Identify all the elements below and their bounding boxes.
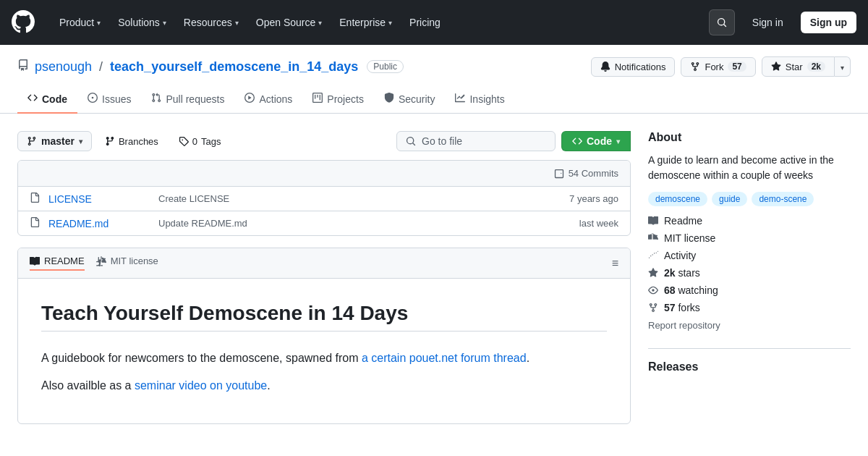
tab-pull-requests[interactable]: Pull requests: [141, 85, 234, 114]
repo-owner[interactable]: psenough: [35, 59, 92, 75]
file-icon: [30, 217, 40, 229]
pull-request-icon: [151, 93, 161, 105]
tab-code[interactable]: Code: [17, 85, 77, 114]
file-time: 7 years ago: [569, 193, 618, 204]
commits-label: 54 Commits: [569, 168, 618, 179]
about-section: About A guide to learn and become active…: [648, 131, 851, 331]
tab-projects-label: Projects: [327, 93, 364, 105]
main-content: master ▾ Branches 0 Tags Go to file Code: [0, 114, 868, 442]
star-dropdown-button[interactable]: ▾: [835, 56, 851, 77]
insights-icon: [455, 93, 465, 105]
about-link-forks: 57 forks: [648, 302, 851, 313]
about-link-license: MIT license: [648, 232, 851, 244]
nav-resources[interactable]: Resources ▾: [176, 11, 246, 34]
code-button-group: Code ▾: [561, 131, 631, 151]
tab-insights[interactable]: Insights: [445, 85, 514, 114]
tab-projects[interactable]: Projects: [302, 85, 374, 114]
table-row: README.md Update README.md last week: [18, 211, 630, 235]
nav-links: Product ▾ Solutions ▾ Resources ▾ Open S…: [52, 11, 697, 34]
file-icon: [30, 193, 40, 205]
tab-code-label: Code: [42, 93, 67, 105]
pouet-link[interactable]: a certain pouet.net forum thread: [362, 352, 527, 364]
nav-enterprise[interactable]: Enterprise ▾: [332, 11, 399, 34]
nav-actions: Sign in Sign up: [709, 9, 856, 35]
stars-link[interactable]: 2k stars: [664, 267, 700, 279]
forks-link[interactable]: 57 forks: [664, 302, 700, 313]
star-button-group: Star 2k ▾: [762, 56, 851, 77]
fork-count: 57: [728, 62, 746, 72]
tab-security-label: Security: [399, 93, 435, 105]
chevron-down-icon: ▾: [841, 64, 844, 72]
table-row: LICENSE Create LICENSE 7 years ago: [18, 187, 630, 211]
file-name[interactable]: README.md: [48, 218, 150, 229]
sign-up-button[interactable]: Sign up: [801, 12, 856, 33]
readme-tab1-label: README: [44, 256, 85, 266]
repo-actions: Notifications Fork 57 Star 2k ▾: [591, 56, 851, 77]
branches-button[interactable]: Branches: [98, 132, 166, 151]
commits-link[interactable]: 54 Commits: [554, 168, 618, 179]
notifications-button[interactable]: Notifications: [591, 57, 676, 77]
file-message: Create LICENSE: [158, 193, 561, 204]
file-name[interactable]: LICENSE: [48, 193, 150, 205]
chevron-down-icon: ▾: [97, 19, 101, 27]
star-button[interactable]: Star 2k: [762, 56, 835, 77]
security-icon: [384, 93, 394, 105]
topic-guide[interactable]: guide: [712, 192, 747, 206]
tab-issues[interactable]: Issues: [77, 85, 141, 114]
sign-in-button[interactable]: Sign in: [744, 12, 792, 33]
releases-title: Releases: [648, 360, 851, 373]
repo-name[interactable]: teach_yourself_demoscene_in_14_days: [110, 59, 358, 75]
branches-label: Branches: [119, 136, 158, 147]
about-links: Readme MIT license Activity 2k stars 68 …: [648, 215, 851, 313]
readme-tab-mit[interactable]: MIT license: [96, 256, 158, 271]
star-label: Star: [786, 62, 803, 72]
tab-actions[interactable]: Actions: [234, 85, 302, 114]
readme-tab-readme[interactable]: README: [30, 256, 85, 271]
left-panel: master ▾ Branches 0 Tags Go to file Code: [17, 131, 631, 424]
chevron-down-icon: ▾: [318, 19, 322, 27]
visibility-badge: Public: [367, 60, 404, 73]
code-button[interactable]: Code ▾: [561, 131, 631, 151]
youtube-link[interactable]: seminar video on youtube: [135, 379, 267, 392]
search-button[interactable]: [709, 9, 735, 35]
star-count: 2k: [807, 62, 825, 72]
mit-license-link[interactable]: MIT license: [664, 232, 715, 244]
chevron-down-icon: ▾: [235, 19, 239, 27]
readme-menu-button[interactable]: ≡: [612, 257, 618, 270]
tab-actions-label: Actions: [259, 93, 292, 105]
go-to-file-button[interactable]: Go to file: [396, 131, 556, 151]
tab-security[interactable]: Security: [374, 85, 446, 114]
topic-demo-scene[interactable]: demo-scene: [752, 192, 814, 206]
watching-link[interactable]: 68 watching: [664, 284, 718, 296]
report-repository-link[interactable]: Report repository: [648, 320, 720, 331]
about-link-readme: Readme: [648, 215, 851, 227]
top-navigation: Product ▾ Solutions ▾ Resources ▾ Open S…: [0, 0, 868, 45]
tags-button[interactable]: 0 Tags: [171, 132, 229, 151]
tab-insights-label: Insights: [469, 93, 504, 105]
tags-count: 0: [192, 136, 197, 147]
code-icon: [27, 93, 38, 105]
about-description: A guide to learn and become active in th…: [648, 153, 851, 183]
nav-pricing[interactable]: Pricing: [402, 11, 448, 34]
about-title: About: [648, 131, 851, 144]
repo-header: psenough / teach_yourself_demoscene_in_1…: [0, 45, 868, 114]
activity-link[interactable]: Activity: [664, 250, 696, 261]
file-table: 54 Commits LICENSE Create LICENSE 7 year…: [17, 160, 631, 236]
chevron-down-icon: ▾: [388, 19, 392, 27]
readme-link[interactable]: Readme: [664, 215, 702, 227]
nav-solutions[interactable]: Solutions ▾: [111, 11, 174, 34]
about-link-activity: Activity: [648, 250, 851, 261]
divider: [648, 348, 851, 349]
nav-open-source[interactable]: Open Source ▾: [249, 11, 330, 34]
actions-icon: [244, 93, 255, 105]
projects-icon: [312, 93, 323, 105]
fork-button[interactable]: Fork 57: [681, 57, 755, 77]
readme-header: README MIT license ≡: [18, 248, 630, 279]
nav-product[interactable]: Product ▾: [52, 11, 108, 34]
github-logo[interactable]: [12, 10, 35, 35]
topics-list: demoscene guide demo-scene: [648, 192, 851, 206]
chevron-down-icon: ▾: [79, 138, 82, 145]
branch-selector[interactable]: master ▾: [17, 131, 92, 151]
readme-paragraph2: Also availble as a seminar video on yout…: [41, 376, 607, 395]
topic-demoscene[interactable]: demoscene: [648, 192, 707, 206]
